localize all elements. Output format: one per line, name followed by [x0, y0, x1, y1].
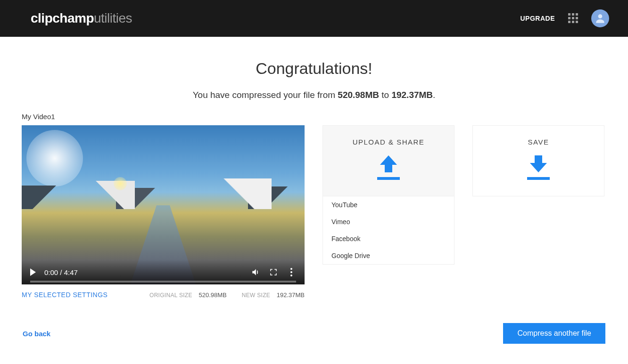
go-back-link[interactable]: Go back [23, 330, 50, 338]
save-title: SAVE [478, 138, 599, 146]
original-size-value: 520.98MB [198, 291, 226, 299]
action-cards: UPLOAD & SHARE YouTube Vimeo Facebook Go… [322, 125, 606, 265]
content: Congratulations! You have compressed you… [0, 37, 628, 344]
share-option-vimeo[interactable]: Vimeo [323, 213, 454, 230]
video-time: 0:00 / 4:47 [44, 268, 78, 276]
play-icon[interactable] [30, 268, 36, 276]
save-column: SAVE [472, 125, 604, 265]
upload-share-card[interactable]: UPLOAD & SHARE [322, 125, 454, 196]
topbar-right: UPGRADE [520, 9, 609, 27]
upgrade-link[interactable]: UPGRADE [520, 15, 555, 22]
apps-grid-icon[interactable] [568, 13, 578, 23]
fullscreen-icon[interactable] [269, 267, 278, 277]
video-title: My Video1 [22, 113, 606, 121]
user-icon [594, 12, 606, 24]
original-size: ORIGINAL SIZE 520.98MB [149, 291, 227, 299]
video-scene-mountains [22, 176, 305, 209]
compress-another-button[interactable]: Compress another file [503, 323, 605, 344]
share-option-facebook[interactable]: Facebook [323, 230, 454, 247]
share-options-list: YouTube Vimeo Facebook Google Drive [322, 196, 454, 265]
svg-marker-3 [530, 155, 547, 172]
share-option-google-drive[interactable]: Google Drive [323, 247, 454, 264]
new-size: NEW SIZE 192.37MB [242, 291, 305, 299]
selected-settings-link[interactable]: MY SELECTED SETTINGS [22, 291, 107, 299]
logo[interactable]: clipchamputilities [31, 11, 132, 26]
logo-brand: clipchamp [31, 11, 94, 26]
download-icon [521, 154, 555, 181]
new-size-value: 192.37MB [277, 291, 305, 299]
original-size-label: ORIGINAL SIZE [149, 292, 192, 299]
svg-marker-1 [380, 155, 397, 172]
upload-column: UPLOAD & SHARE YouTube Vimeo Facebook Go… [322, 125, 454, 265]
main-row: 0:00 / 4:47 MY SELECTED SETTINGS [22, 125, 606, 299]
summary-prefix: You have compressed your file from [193, 90, 338, 100]
svg-rect-4 [527, 177, 550, 180]
logo-sub: utilities [94, 11, 132, 26]
video-column: 0:00 / 4:47 MY SELECTED SETTINGS [22, 125, 305, 299]
upload-icon [372, 154, 405, 181]
avatar[interactable] [591, 9, 609, 27]
volume-icon[interactable] [251, 267, 260, 277]
page-title: Congratulations! [22, 59, 606, 78]
save-card[interactable]: SAVE [472, 125, 604, 196]
new-size-label: NEW SIZE [242, 292, 270, 299]
upload-share-title: UPLOAD & SHARE [328, 138, 449, 146]
more-icon[interactable] [287, 267, 296, 277]
summary-suffix: . [433, 90, 435, 100]
video-progress[interactable] [30, 281, 296, 283]
compression-summary: You have compressed your file from 520.9… [22, 90, 606, 100]
summary-from-size: 520.98MB [338, 90, 379, 100]
share-option-youtube[interactable]: YouTube [323, 196, 454, 213]
svg-rect-2 [377, 177, 400, 180]
top-bar: clipchamputilities UPGRADE [0, 0, 628, 37]
summary-mid: to [379, 90, 391, 100]
summary-to-size: 192.37MB [391, 90, 433, 100]
video-scene-flare [114, 177, 127, 190]
video-meta-row: MY SELECTED SETTINGS ORIGINAL SIZE 520.9… [22, 291, 305, 299]
footer-row: Go back Compress another file [22, 323, 606, 344]
video-player[interactable]: 0:00 / 4:47 [22, 125, 305, 284]
svg-point-0 [598, 14, 603, 18]
size-group: ORIGINAL SIZE 520.98MB NEW SIZE 192.37MB [149, 291, 305, 299]
